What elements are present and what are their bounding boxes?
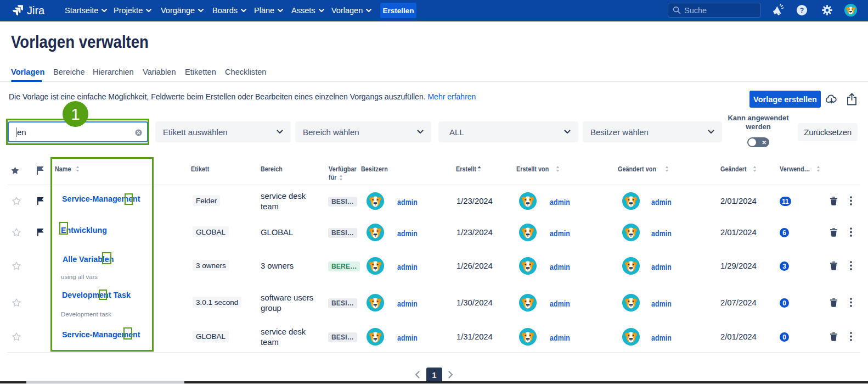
svg-text:?: ? — [800, 7, 804, 14]
